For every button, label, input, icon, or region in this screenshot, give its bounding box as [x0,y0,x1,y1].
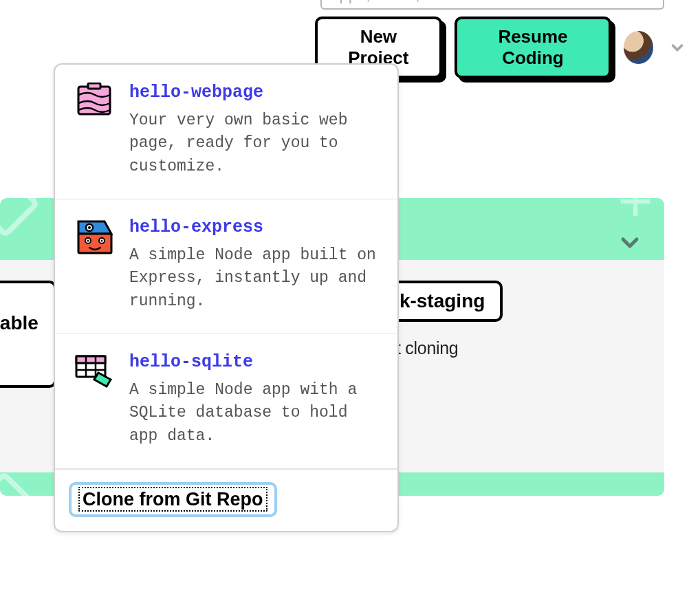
svg-rect-1 [88,83,100,89]
template-item-hello-express[interactable]: hello-express A simple Node app built on… [55,199,397,334]
clone-label: Clone from Git Repo [78,487,267,512]
chevron-down-icon[interactable] [670,40,685,55]
resume-coding-label: Resume Coding [498,26,567,68]
new-project-label: New Project [348,26,408,68]
express-icon [73,217,116,256]
new-project-popover: hello-webpage Your very own basic web pa… [54,63,399,532]
svg-point-8 [87,240,89,242]
sqlite-icon [73,352,116,391]
chevron-down-icon[interactable] [616,232,644,253]
template-title: hello-sqlite [129,352,380,372]
avatar[interactable] [624,31,653,64]
template-description: A simple Node app built on Express, inst… [129,244,380,313]
template-item-hello-sqlite[interactable]: hello-sqlite A simple Node app with a SQ… [55,334,397,469]
svg-marker-15 [94,373,111,386]
webpage-icon [73,83,116,121]
template-title: hello-express [129,217,380,237]
template-description: A simple Node app with a SQLite database… [129,379,380,448]
svg-point-9 [101,240,103,242]
clone-from-git-button[interactable]: Clone from Git Repo [69,482,277,517]
svg-point-4 [88,226,91,229]
resume-coding-button[interactable]: Resume Coding [455,17,611,78]
svg-rect-11 [76,356,105,363]
template-title: hello-webpage [129,83,380,102]
template-item-hello-webpage[interactable]: hello-webpage Your very own basic web pa… [55,65,397,199]
popover-footer: Clone from Git Repo [55,469,397,531]
project-name: airtable a7on5 [0,281,56,388]
template-description: Your very own basic web page, ready for … [129,109,380,178]
svg-marker-2 [78,221,111,234]
